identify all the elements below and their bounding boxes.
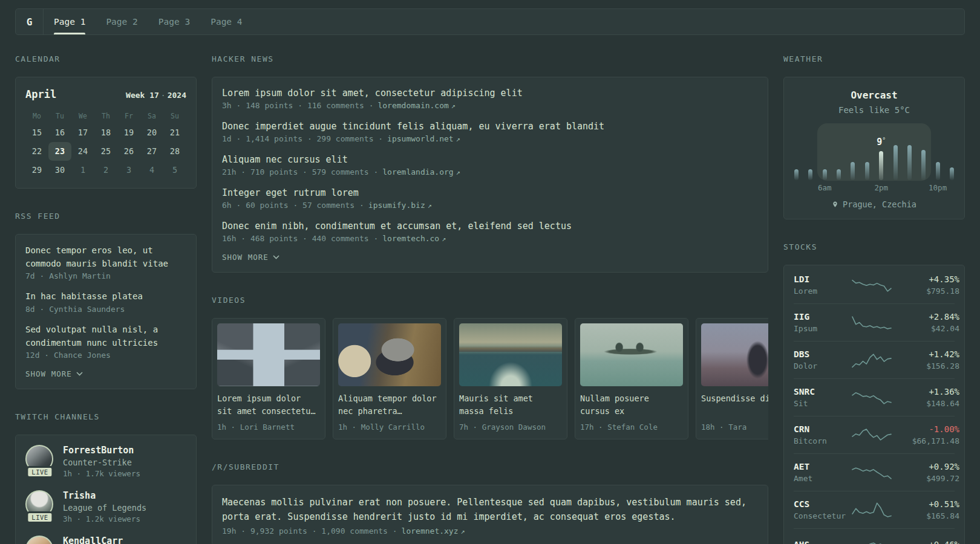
- rss-show-more-button[interactable]: SHOW MORE: [25, 369, 83, 378]
- hn-item-title[interactable]: Donec enim nibh, condimentum et accumsan…: [222, 220, 758, 233]
- weather-location: Prague, Czechia: [843, 199, 916, 209]
- page-tab[interactable]: Page 4: [200, 9, 252, 34]
- hn-item-domain-link[interactable]: loremdomain.com↗: [377, 101, 456, 110]
- stock-sparkline: [852, 464, 892, 482]
- show-more-label: SHOW MORE: [25, 369, 72, 378]
- hn-item-domain: loremtech.co: [382, 234, 439, 243]
- stock-identity: AHS: [794, 540, 852, 544]
- hn-item-stats: 16h · 468 points · 440 comments ·: [222, 234, 378, 243]
- external-link-icon: ↗: [442, 235, 446, 243]
- stock-values: +1.42% $156.28: [892, 349, 959, 371]
- page-tab[interactable]: Page 3: [148, 9, 200, 34]
- stock-company: Amet: [794, 474, 852, 483]
- video-meta: 1h · Molly Carrillo: [338, 423, 441, 432]
- subreddit-post-title[interactable]: Maecenas mollis pulvinar erat non posuer…: [222, 495, 758, 524]
- twitch-avatar-wrap: LIVE: [25, 490, 54, 518]
- hn-item-stats: 21h · 710 points · 579 comments ·: [222, 167, 378, 176]
- subreddit-post-domain-link[interactable]: loremnet.xyz↗: [402, 526, 465, 536]
- stock-row[interactable]: DBS Dolor +1.42% $156.28: [794, 341, 955, 378]
- rss-item: Sed volutpat nulla nisl, a condimentum n…: [25, 323, 186, 360]
- subreddit-post-stats: 19h · 9,932 points · 1,090 comments ·: [222, 526, 397, 536]
- stock-row[interactable]: SNRC Sit +1.36% $148.64: [794, 378, 955, 416]
- hn-item-title[interactable]: Aliquam nec cursus elit: [222, 154, 758, 166]
- hackernews-show-more-button[interactable]: SHOW MORE: [222, 253, 279, 262]
- calendar-label: CALENDAR: [15, 54, 197, 63]
- video-card[interactable]: Nullam posuere cursus ex 17h · Stefan Co…: [575, 318, 688, 439]
- hour-label: 6am: [818, 183, 832, 192]
- calendar-day: 29: [25, 161, 48, 180]
- calendar-day: 21: [163, 123, 186, 142]
- calendar-month: April: [25, 88, 56, 100]
- page-tab[interactable]: Page 1: [44, 9, 96, 34]
- stock-sparkline: [852, 389, 892, 407]
- twitch-channel-info: KendallCarr: [63, 536, 123, 544]
- location-pin-icon: [832, 200, 838, 209]
- stock-values: +4.35% $795.18: [892, 274, 959, 296]
- weekday-label: Sa: [140, 109, 163, 123]
- stock-change: +4.35%: [892, 274, 959, 284]
- hn-item-domain-link[interactable]: ipsumify.biz↗: [368, 201, 432, 210]
- stock-identity: SNRC Sit: [794, 387, 852, 408]
- calendar-day: 22: [25, 142, 48, 161]
- stock-sparkline: [852, 537, 892, 544]
- calendar-day: 19: [117, 123, 140, 142]
- twitch-label: TWITCH CHANNELS: [15, 412, 197, 421]
- rss-item-meta: 7d · Ashlyn Martin: [25, 271, 186, 280]
- hn-item-title[interactable]: Donec imperdiet augue tincidunt felis al…: [222, 120, 758, 133]
- rss-label: RSS FEED: [15, 212, 197, 221]
- video-thumbnail: [701, 323, 768, 386]
- hn-item-meta: 6h · 60 points · 57 comments ·ipsumify.b…: [222, 201, 758, 210]
- page-tab[interactable]: Page 2: [96, 9, 148, 34]
- weather-bar: [851, 162, 855, 180]
- weather-bar: [936, 162, 940, 180]
- weather-panel: Overcast Feels like 5°C 6am2pm10pm9° Pra…: [783, 77, 965, 219]
- hn-item-domain-link[interactable]: ipsumworld.net↗: [387, 134, 460, 143]
- video-card[interactable]: Mauris sit amet massa felis 7h · Grayson…: [454, 318, 567, 439]
- stock-row[interactable]: CRN Bitcorn -1.00% $66,171.48: [794, 416, 955, 453]
- videos-widget: VIDEOS Lorem ipsum dolor sit amet consec…: [212, 296, 768, 439]
- rss-item-meta: 12d · Chance Jones: [25, 351, 186, 360]
- stock-change: +1.42%: [892, 349, 959, 359]
- stock-price: $66,171.48: [892, 436, 959, 445]
- weather-bar: [950, 167, 954, 180]
- hn-item-title[interactable]: Lorem ipsum dolor sit amet, consectetur …: [222, 87, 758, 100]
- video-card[interactable]: Lorem ipsum dolor sit amet consectetu… 1…: [212, 318, 325, 439]
- hn-item-domain-link[interactable]: loremtech.co↗: [382, 234, 446, 243]
- calendar-widget: CALENDAR April Week 17·2024 MoTuWeThFrSa…: [15, 54, 197, 189]
- stock-row[interactable]: CCS Consectetur +0.51% $165.84: [794, 491, 955, 528]
- video-title: Aliquam tempor dolor nec pharetra…: [338, 392, 441, 418]
- rss-item-title[interactable]: Sed volutpat nulla nisl, a condimentum n…: [25, 323, 186, 349]
- video-meta: 17h · Stefan Cole: [580, 423, 683, 432]
- twitch-channel[interactable]: LIVE Trisha League of Legends 3h · 1.2k …: [25, 490, 186, 523]
- stock-values: +0.46%: [892, 540, 959, 544]
- video-card[interactable]: Aliquam tempor dolor nec pharetra… 1h · …: [333, 318, 446, 439]
- weather-location-row: Prague, Czechia: [794, 199, 955, 209]
- stock-price: $148.64: [892, 399, 959, 408]
- weather-bar: [837, 169, 841, 180]
- twitch-channel[interactable]: LIVE KendallCarr: [25, 536, 186, 544]
- hn-item-meta: 21h · 710 points · 579 comments ·loremla…: [222, 167, 758, 176]
- video-thumbnail: [217, 323, 320, 386]
- stock-price: $795.18: [892, 287, 959, 296]
- hn-item-title[interactable]: Integer eget rutrum lorem: [222, 187, 758, 199]
- rss-item-title[interactable]: In hac habitasse platea: [25, 290, 186, 303]
- twitch-widget: TWITCH CHANNELS LIVE ForrestBurton Count…: [15, 412, 197, 544]
- app-logo[interactable]: G: [16, 9, 44, 34]
- hn-item-domain-link[interactable]: loremlandia.org↗: [382, 167, 460, 176]
- calendar-panel: April Week 17·2024 MoTuWeThFrSaSu 151617…: [15, 77, 197, 189]
- stock-row[interactable]: AET Amet +0.92% $499.72: [794, 453, 955, 491]
- stock-change: +2.84%: [892, 312, 959, 322]
- weekday-label: Fr: [117, 109, 140, 123]
- stock-row[interactable]: AHS +0.46%: [794, 528, 955, 544]
- stock-symbol: DBS: [794, 349, 852, 359]
- twitch-channel[interactable]: LIVE ForrestBurton Counter-Strike 1h · 1…: [25, 445, 186, 478]
- rss-item-title[interactable]: Donec tempor eros leo, ut commodo mauris…: [25, 244, 186, 270]
- external-link-icon: ↗: [456, 168, 460, 176]
- video-card[interactable]: Suspendisse diam 18h · Tara: [696, 318, 768, 439]
- stock-row[interactable]: LDI Lorem +4.35% $795.18: [794, 267, 955, 303]
- stock-price: $165.84: [892, 511, 959, 520]
- stock-row[interactable]: IIG Ipsum +2.84% $42.04: [794, 303, 955, 341]
- stock-identity: DBS Dolor: [794, 349, 852, 371]
- separator-dot: ·: [159, 91, 168, 100]
- hour-label: 2pm: [874, 183, 888, 192]
